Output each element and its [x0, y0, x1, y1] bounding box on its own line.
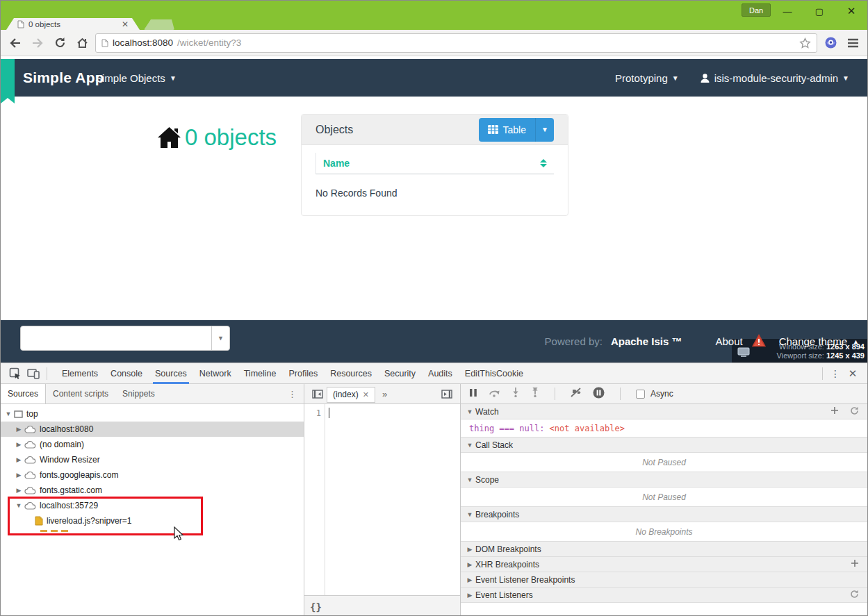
devtools-tab-timeline[interactable]: Timeline [238, 363, 283, 384]
disclosure-icon[interactable]: ▶ [466, 546, 473, 553]
section-header-breakpoints[interactable]: ▼Breakpoints [461, 507, 867, 522]
section-header-call-stack[interactable]: ▼Call Stack [461, 438, 867, 453]
more-tabs-icon[interactable]: » [382, 389, 438, 399]
reload-button[interactable] [51, 34, 69, 52]
new-tab-button[interactable] [144, 19, 174, 30]
tree-item-top[interactable]: ▼top [1, 406, 304, 422]
section-title: Event Listener Breakpoints [475, 575, 862, 585]
tree-item-no-domain[interactable]: ▶(no domain) [1, 437, 304, 452]
disclosure-icon[interactable]: ▼ [5, 410, 12, 417]
sort-icon[interactable] [540, 159, 547, 167]
minimize-button[interactable]: — [771, 1, 803, 22]
app-viewport: Simple App Simple Objects ▼ Prototyping … [1, 56, 867, 363]
tree-item-window-resizer[interactable]: ▶Window Resizer [1, 452, 304, 467]
section-header-dom-breakpoints[interactable]: ▶DOM Breakpoints [461, 542, 867, 557]
step-into-icon[interactable] [511, 388, 520, 400]
disclosure-icon[interactable]: ▶ [15, 456, 22, 463]
inspect-element-icon[interactable] [6, 365, 24, 383]
section-header-scope[interactable]: ▼Scope [461, 472, 867, 488]
tab-close-icon[interactable]: ✕ [363, 390, 369, 399]
devtools-close-icon[interactable]: ✕ [844, 367, 862, 380]
forward-button[interactable] [28, 34, 47, 52]
disclosure-icon[interactable]: ▼ [466, 442, 473, 449]
devtools-tab-security[interactable]: Security [378, 363, 422, 384]
devtools-tab-elements[interactable]: Elements [56, 363, 104, 384]
toggle-navigator-icon[interactable] [309, 385, 327, 403]
add-icon[interactable] [830, 406, 839, 417]
menu-simple-objects[interactable]: Simple Objects ▼ [95, 72, 177, 84]
async-checkbox[interactable] [636, 390, 645, 399]
disclosure-icon[interactable]: ▶ [466, 592, 473, 599]
objects-panel-header: Objects Table ▼ [302, 115, 568, 145]
theme-select[interactable]: ▼ [20, 326, 230, 351]
disclosure-icon[interactable]: ▶ [15, 441, 22, 448]
tree-item-fonts-gstatic-com[interactable]: ▶fonts.gstatic.com [1, 483, 304, 498]
section-header-xhr-breakpoints[interactable]: ▶XHR Breakpoints [461, 557, 867, 572]
sidebar-tab-sources[interactable]: Sources [1, 384, 46, 403]
toggle-debugger-sidebar-icon[interactable] [438, 385, 456, 403]
table-view-caret[interactable]: ▼ [535, 118, 554, 142]
refresh-icon[interactable] [850, 590, 859, 601]
disclosure-icon[interactable]: ▼ [15, 502, 22, 509]
about-link[interactable]: About [715, 335, 742, 347]
profile-badge[interactable]: Dan [742, 3, 771, 17]
tree-item-fonts-googleapis-com[interactable]: ▶fonts.googleapis.com [1, 467, 304, 483]
sidebar-tab-content-scripts[interactable]: Content scripts [46, 384, 115, 403]
disclosure-icon[interactable]: ▶ [466, 561, 473, 568]
devtools-tab-sources[interactable]: Sources [149, 363, 193, 384]
disclosure-icon[interactable]: ▶ [15, 487, 22, 494]
section-header-event-listener-breakpoints[interactable]: ▶Event Listener Breakpoints [461, 572, 867, 588]
maximize-button[interactable]: ▢ [803, 1, 835, 22]
refresh-icon[interactable] [850, 406, 859, 417]
disclosure-icon[interactable]: ▼ [466, 511, 473, 518]
sidebar-tab-snippets[interactable]: Snippets [115, 384, 162, 403]
disclosure-icon[interactable]: ▶ [15, 472, 22, 478]
editor-tab-index[interactable]: (index) ✕ [327, 387, 375, 403]
devtools-tab-console[interactable]: Console [104, 363, 149, 384]
device-toolbar-icon[interactable] [24, 365, 42, 383]
devtools-tab-network[interactable]: Network [193, 363, 238, 384]
extension-icon[interactable] [821, 34, 840, 52]
tab-title: 0 objects [28, 20, 117, 28]
add-icon[interactable] [851, 559, 859, 569]
table-view-button[interactable]: Table ▼ [479, 118, 554, 142]
devtools-menu-icon[interactable]: ⋮ [827, 368, 844, 379]
code-area[interactable] [326, 404, 460, 595]
disclosure-icon[interactable]: ▼ [466, 476, 473, 483]
app-brand[interactable]: Simple App [23, 59, 104, 97]
section-header-event-listeners[interactable]: ▶Event Listeners [461, 588, 867, 603]
bookmark-star-icon[interactable] [799, 38, 811, 49]
watch-expression-row[interactable]: thing === null: <not available> [461, 419, 867, 438]
devtools-tab-resources[interactable]: Resources [324, 363, 378, 384]
deactivate-breakpoints-icon[interactable] [571, 388, 582, 400]
step-out-icon[interactable] [531, 388, 539, 400]
devtools-tab-audits[interactable]: Audits [422, 363, 459, 384]
pause-on-exceptions-icon[interactable] [593, 387, 605, 401]
close-button[interactable]: ✕ [835, 1, 867, 22]
disclosure-icon[interactable]: ▶ [466, 576, 473, 583]
step-over-icon[interactable] [489, 388, 500, 400]
section-header-watch[interactable]: ▼Watch [461, 404, 867, 419]
menu-icon[interactable] [844, 34, 862, 52]
tree-item-localhost-8080[interactable]: ▶localhost:8080 [1, 422, 304, 437]
sidebar-menu-icon[interactable]: ⋮ [281, 384, 304, 403]
table-column-header[interactable]: Name [316, 153, 554, 174]
disclosure-icon[interactable]: ▼ [466, 408, 473, 415]
tab-close-icon[interactable]: ✕ [122, 20, 129, 28]
tree-item-localhost-35729[interactable]: ▼localhost:35729 [1, 498, 304, 513]
url-bar[interactable]: localhost:8080/wicket/entity?3 [95, 33, 817, 53]
change-theme-link[interactable]: Change theme [779, 335, 847, 347]
menu-prototyping[interactable]: Prototyping ▼ [615, 72, 679, 84]
app-footer: ▼ Powered by: Apache Isis ™ About Change… [1, 320, 867, 363]
tree-item-livereload-js-snipver-1[interactable]: livereload.js?snipver=1 [1, 513, 304, 528]
tree-item-label: top [26, 409, 38, 419]
devtools-tab-editthiscookie[interactable]: EditThisCookie [459, 363, 530, 384]
browser-tab[interactable]: 0 objects ✕ [6, 18, 140, 30]
menu-user[interactable]: isis-module-security-admin ▼ [700, 72, 849, 84]
disclosure-icon[interactable]: ▶ [15, 426, 22, 433]
home-button[interactable] [73, 34, 91, 52]
pause-script-icon[interactable] [469, 388, 477, 400]
devtools-tab-profiles[interactable]: Profiles [282, 363, 324, 384]
back-button[interactable] [6, 34, 24, 52]
pretty-print-button[interactable]: {} [310, 601, 322, 613]
